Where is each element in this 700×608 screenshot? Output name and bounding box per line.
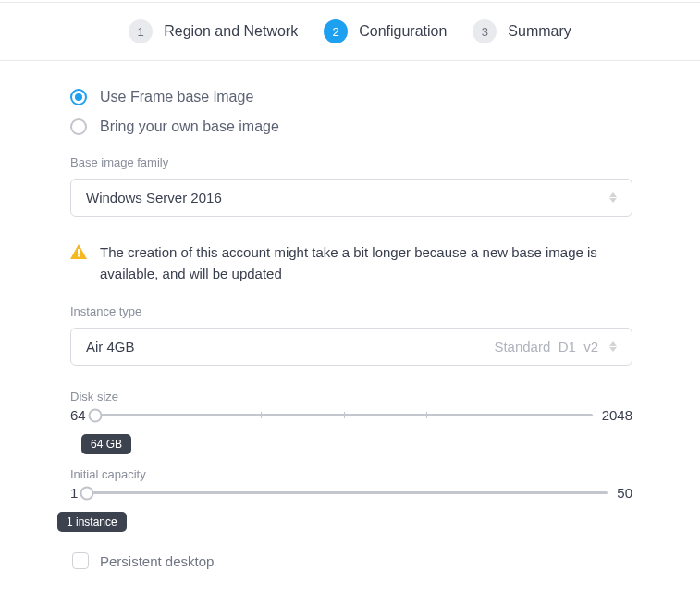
initial-capacity-min: 1 <box>70 485 78 501</box>
radio-indicator <box>70 89 87 105</box>
warning-text: The creation of this account might take … <box>100 242 632 284</box>
step-configuration[interactable]: 2 Configuration <box>324 19 447 43</box>
sort-icon <box>609 192 617 203</box>
disk-size-badge: 64 GB <box>81 434 131 454</box>
svg-rect-0 <box>78 249 80 254</box>
slider-track[interactable] <box>87 491 608 494</box>
svg-rect-1 <box>78 255 80 257</box>
sort-icon <box>609 341 617 352</box>
step-number-2: 2 <box>324 19 348 43</box>
step-number-3: 3 <box>473 19 497 43</box>
persistent-desktop-checkbox[interactable]: Persistent desktop <box>72 552 632 569</box>
step-number-1: 1 <box>129 19 153 43</box>
radio-use-frame-base-image[interactable]: Use Frame base image <box>70 89 632 105</box>
step-label-2: Configuration <box>359 23 447 40</box>
step-region-network[interactable]: 1 Region and Network <box>129 19 298 43</box>
wizard-steps: 1 Region and Network 2 Configuration 3 S… <box>0 2 700 61</box>
slider-thumb[interactable] <box>80 486 94 500</box>
slider-thumb[interactable] <box>88 408 102 422</box>
instance-type-sku: Standard_D1_v2 <box>494 339 598 354</box>
radio-label: Bring your own base image <box>100 118 279 135</box>
initial-capacity-label: Initial capacity <box>70 467 632 481</box>
slider-track[interactable] <box>95 414 593 416</box>
radio-indicator <box>70 118 87 135</box>
initial-capacity-slider[interactable]: 1 50 <box>70 485 632 501</box>
step-summary[interactable]: 3 Summary <box>473 19 571 43</box>
step-label-1: Region and Network <box>164 23 298 40</box>
warning-icon <box>70 244 87 263</box>
base-image-family-label: Base image family <box>70 155 632 169</box>
checkbox-indicator <box>72 552 89 569</box>
disk-size-max: 2048 <box>602 407 632 423</box>
disk-size-slider[interactable]: 64 2048 <box>70 407 632 423</box>
initial-capacity-max: 50 <box>617 485 632 501</box>
instance-type-select[interactable]: Air 4GB Standard_D1_v2 <box>70 328 632 366</box>
persistent-desktop-label: Persistent desktop <box>100 553 214 569</box>
disk-size-label: Disk size <box>70 390 632 403</box>
instance-type-label: Instance type <box>70 304 632 318</box>
radio-label: Use Frame base image <box>100 89 253 105</box>
instance-type-value: Air 4GB <box>86 339 135 354</box>
base-image-family-value: Windows Server 2016 <box>86 190 222 205</box>
disk-size-min: 64 <box>70 407 86 423</box>
radio-bring-your-own-base-image[interactable]: Bring your own base image <box>70 118 632 135</box>
step-label-3: Summary <box>508 23 571 40</box>
warning-message: The creation of this account might take … <box>70 242 632 284</box>
config-form: Use Frame base image Bring your own base… <box>0 61 700 569</box>
initial-capacity-badge: 1 instance <box>57 512 127 532</box>
base-image-family-select[interactable]: Windows Server 2016 <box>70 179 632 217</box>
